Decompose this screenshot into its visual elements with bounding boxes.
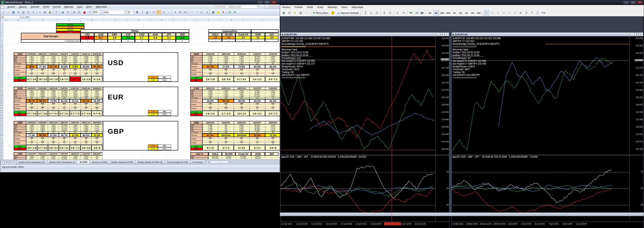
- main-chart-pane[interactable]: EURJPY,H4 123.905 122.132 121.621 121.98…: [452, 36, 630, 155]
- cell-name-box[interactable]: L5: [0, 15, 20, 19]
- row-header-33[interactable]: 33: [0, 102, 4, 105]
- fibo-tool-icon[interactable]: ≋: [518, 10, 523, 15]
- autosum-icon[interactable]: Σ: [66, 10, 70, 14]
- excel-menu-soubor[interactable]: Soubor: [6, 5, 17, 8]
- sort-desc-icon[interactable]: Z↓: [77, 10, 82, 14]
- align-center-icon[interactable]: ≡: [156, 10, 161, 14]
- row-header-48[interactable]: 48: [0, 139, 4, 142]
- font-dropdown-icon[interactable]: ▼: [124, 11, 125, 13]
- tabs-prev-button[interactable]: ◀: [5, 160, 8, 164]
- row-header-22[interactable]: 22: [0, 74, 4, 77]
- row-header-17[interactable]: 17: [0, 62, 4, 64]
- chart-restore-button[interactable]: ❐: [635, 33, 638, 36]
- fill-color-icon[interactable]: ▆: [216, 10, 220, 14]
- timeframe-MN[interactable]: MN: [476, 10, 482, 15]
- chart-window-EURJPY,H4[interactable]: ▦EURJPY,H4▁❐✕EURJPY,H4 123.905 122.132 1…: [452, 32, 643, 228]
- chart-title-bar[interactable]: ▦EURJPY,H4▁❐✕: [452, 33, 643, 36]
- row-header-1[interactable]: 1: [0, 21, 4, 24]
- column-header-K[interactable]: K: [220, 19, 243, 21]
- font-size-dropdown-icon[interactable]: ▼: [132, 11, 133, 13]
- chart-restore-button[interactable]: ❐: [440, 33, 444, 36]
- row-header-8[interactable]: 8: [0, 39, 4, 42]
- zoom-dropdown-icon[interactable]: ▼: [98, 11, 100, 13]
- excel-menu-nástroje[interactable]: Nástroje: [63, 5, 75, 8]
- column-header-D[interactable]: D: [57, 19, 80, 21]
- row-header-34[interactable]: 34: [0, 104, 4, 107]
- thousands-icon[interactable]: 000: [183, 10, 188, 14]
- italic-button[interactable]: I: [140, 10, 144, 14]
- column-header-H[interactable]: H: [150, 19, 174, 21]
- periods-icon[interactable]: ◷▾: [414, 10, 419, 15]
- copy-icon[interactable]: ▥: [43, 10, 47, 14]
- row-header-50[interactable]: 50: [0, 144, 4, 147]
- row-header-24[interactable]: 24: [0, 79, 4, 82]
- profiles-icon[interactable]: ★: [292, 10, 298, 15]
- row-header-31[interactable]: 31: [0, 97, 4, 99]
- workbook-close-button[interactable]: ✕: [274, 5, 279, 8]
- workbook-minimize-button[interactable]: –: [265, 5, 269, 8]
- excel-menu-nápověda[interactable]: Nápověda: [94, 5, 108, 8]
- fx-icon[interactable]: fx: [26, 16, 28, 18]
- price-axis[interactable]: 123.435122.895122.355121.815121.275120.7…: [630, 36, 643, 155]
- main-chart-pane[interactable]: EURJPY,M5 121.935 121.982 121.907 121.98…: [281, 36, 436, 155]
- hyperlink-icon[interactable]: ◉: [61, 10, 65, 14]
- mail-icon[interactable]: ✉: [16, 10, 21, 14]
- help-icon[interactable]: ?: [87, 10, 92, 14]
- price-axis[interactable]: 122.445122.300122.150121.855121.710121.5…: [435, 36, 449, 155]
- excel-menu-formát[interactable]: Formát: [51, 5, 62, 8]
- row-header-47[interactable]: 47: [0, 137, 4, 139]
- chart-window-EURJPY,M5[interactable]: ▦EURJPY,M5▁❐✕EURJPY,M5 121.935 121.982 1…: [280, 32, 449, 228]
- row-header-46[interactable]: 46: [0, 134, 4, 137]
- row-header-36[interactable]: 36: [0, 109, 4, 112]
- row-header-54[interactable]: 54: [0, 154, 4, 157]
- chart-minimize-button[interactable]: ▁: [436, 33, 440, 36]
- row-header-40[interactable]: 40: [0, 119, 4, 122]
- zoom-out-icon[interactable]: ⊖: [388, 10, 393, 15]
- scroll-left-icon[interactable]: ◀: [206, 160, 210, 164]
- channel-tool-icon[interactable]: ⫽: [512, 10, 518, 15]
- minimize-button[interactable]: –: [257, 1, 264, 4]
- dec-indent-icon[interactable]: ⇤: [200, 10, 204, 14]
- inc-indent-icon[interactable]: ⇥: [204, 10, 209, 14]
- sheet-tab-ForexGrail[interactable]: ForexGrail: [190, 160, 205, 164]
- row-header-32[interactable]: 32: [0, 99, 4, 102]
- mt4-menu-nástroje[interactable]: Nástroje: [326, 5, 339, 9]
- excel-menu-data[interactable]: Data: [76, 5, 84, 8]
- row-header-9[interactable]: 9: [0, 41, 4, 44]
- excel-menu-okno[interactable]: Okno: [84, 5, 94, 8]
- open-folder-icon[interactable]: ▱: [6, 10, 11, 14]
- timeframe-M30[interactable]: M30: [446, 10, 451, 15]
- time-axis[interactable]: 12 Apr 201112 Apr 01:5512 Apr 03:1512 Ap…: [281, 222, 449, 228]
- column-header-E[interactable]: E: [80, 19, 104, 21]
- indicator-pane[interactable]: japaJZI EUR ~ GBP ~ JPY ~ 59.3108 36.723…: [452, 155, 630, 222]
- formula-input[interactable]: [29, 15, 281, 19]
- row-header-12[interactable]: 12: [0, 49, 4, 52]
- scrollbar-thumb[interactable]: III: [210, 161, 229, 164]
- percent-icon[interactable]: %: [178, 10, 182, 14]
- row-header-26[interactable]: 26: [0, 84, 4, 87]
- underline-button[interactable]: U: [145, 10, 150, 14]
- timeframe-D1[interactable]: D1: [464, 10, 470, 15]
- timeframe-H1[interactable]: H1: [452, 10, 457, 15]
- row-header-27[interactable]: 27: [0, 87, 4, 89]
- mt4-menu-nápověda[interactable]: Nápověda: [350, 5, 365, 9]
- align-left-icon[interactable]: ≡: [152, 10, 156, 14]
- row-header-18[interactable]: 18: [0, 64, 4, 67]
- market-watch-icon[interactable]: ▤: [298, 10, 303, 15]
- column-header-G[interactable]: G: [127, 19, 150, 21]
- sheet-tab-Basket-Pairs-Evaluation-(2)[interactable]: Basket Pairs Evaluation (2): [46, 160, 78, 164]
- save-icon[interactable]: ▣: [11, 10, 16, 14]
- new-doc-icon[interactable]: ▢: [1, 10, 6, 14]
- mt4-menu-vložit[interactable]: Vložit: [304, 5, 315, 9]
- strategy-tester-icon[interactable]: ◔: [304, 10, 309, 15]
- new-order-button[interactable]: ✚Nový pokyn: [311, 10, 330, 15]
- cut-icon[interactable]: ✂: [38, 10, 42, 14]
- auto-scroll-icon[interactable]: ▸: [395, 10, 400, 15]
- row-header-52[interactable]: 52: [0, 149, 4, 152]
- line-chart-icon[interactable]: ⋀: [374, 10, 380, 15]
- timeframe-M1[interactable]: M1: [427, 10, 433, 15]
- excel-menu-vložit[interactable]: Vložit: [41, 5, 51, 8]
- text-tool-icon[interactable]: A: [524, 10, 529, 15]
- custom-green-icon-1[interactable]: ⊞: [228, 10, 232, 14]
- indicator-axis[interactable]: 705030: [630, 155, 643, 222]
